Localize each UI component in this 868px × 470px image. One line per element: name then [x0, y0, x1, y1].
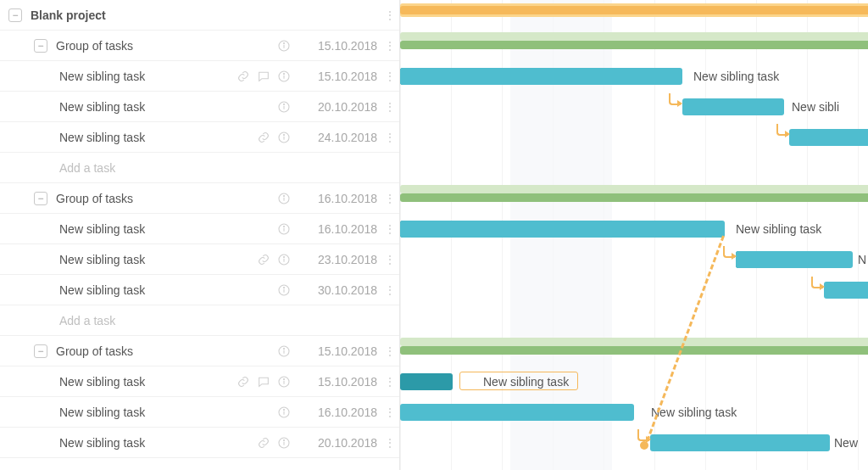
- info-icon[interactable]: [277, 222, 291, 236]
- project-name[interactable]: Blank project: [31, 8, 291, 22]
- group-name[interactable]: Group of tasks: [56, 39, 277, 53]
- row-menu-icon[interactable]: ⋮: [384, 344, 394, 358]
- gantt-lane: New sibli: [400, 92, 868, 122]
- gantt-bar[interactable]: [400, 193, 868, 202]
- task-name[interactable]: New sibling task: [59, 222, 277, 236]
- link-icon[interactable]: [257, 253, 270, 266]
- row-menu-icon[interactable]: ⋮: [384, 283, 394, 297]
- gantt-bar[interactable]: [824, 282, 868, 299]
- info-icon[interactable]: [277, 283, 291, 297]
- group-name[interactable]: Group of tasks: [56, 192, 277, 205]
- info-icon[interactable]: [277, 436, 291, 450]
- bar-label: New sibling task: [693, 68, 779, 85]
- collapse-toggle[interactable]: −: [34, 39, 47, 53]
- task-row[interactable]: New sibling task30.10.2018⋮: [0, 275, 399, 305]
- group-row[interactable]: −Group of tasks15.10.2018⋮: [0, 336, 399, 366]
- row-icons: [236, 375, 291, 389]
- gantt-bar[interactable]: [650, 434, 830, 451]
- gantt-bar[interactable]: [400, 373, 453, 390]
- task-row[interactable]: New sibling task24.10.2018⋮: [0, 122, 399, 153]
- row-menu-icon[interactable]: ⋮: [384, 253, 394, 266]
- row-menu-icon[interactable]: ⋮: [384, 39, 394, 53]
- task-row[interactable]: New sibling task15.10.2018⋮: [0, 61, 399, 92]
- gantt-bar[interactable]: [400, 41, 868, 49]
- svg-point-17: [283, 226, 284, 227]
- gantt-bar[interactable]: [400, 338, 868, 346]
- collapse-toggle[interactable]: −: [34, 344, 47, 358]
- add-name[interactable]: Add a task: [59, 314, 291, 327]
- row-menu-icon[interactable]: ⋮: [384, 406, 394, 419]
- svg-point-26: [283, 348, 284, 349]
- gantt-bar[interactable]: [400, 221, 725, 238]
- task-name[interactable]: New sibling task: [59, 253, 257, 266]
- collapse-toggle[interactable]: −: [34, 192, 47, 205]
- dependency-arrow-icon: [723, 246, 735, 258]
- gantt-lane: [400, 336, 868, 366]
- group-name[interactable]: Group of tasks: [56, 344, 277, 358]
- info-icon[interactable]: [277, 253, 291, 266]
- info-icon[interactable]: [277, 39, 291, 53]
- gantt-bar[interactable]: [400, 404, 634, 421]
- info-icon[interactable]: [277, 70, 291, 83]
- task-row[interactable]: New sibling task15.10.2018⋮: [0, 366, 399, 397]
- link-icon[interactable]: [257, 436, 270, 450]
- link-icon[interactable]: [257, 131, 270, 144]
- info-icon[interactable]: [277, 192, 291, 205]
- task-name[interactable]: New sibling task: [59, 406, 277, 419]
- dependency-dot-icon: [640, 441, 648, 450]
- gantt-bars-layer: New sibling taskNew sibliNew sibling tas…: [400, 0, 868, 470]
- info-icon[interactable]: [277, 100, 291, 114]
- task-row[interactable]: New sibling task16.10.2018⋮: [0, 397, 399, 428]
- gantt-bar[interactable]: [400, 68, 682, 85]
- task-name[interactable]: New sibling task: [59, 283, 277, 297]
- gantt-bar[interactable]: [400, 346, 868, 355]
- gantt-bar[interactable]: [789, 129, 868, 146]
- project-row[interactable]: −Blank project⋮: [0, 0, 399, 31]
- task-name[interactable]: New sibling task: [59, 436, 257, 450]
- task-row[interactable]: New sibling task20.10.2018⋮: [0, 92, 399, 122]
- row-date: 23.10.2018: [291, 253, 384, 266]
- info-icon[interactable]: [277, 375, 291, 389]
- row-menu-icon[interactable]: ⋮: [384, 8, 394, 22]
- gantt-bar[interactable]: [400, 32, 868, 41]
- row-menu-icon[interactable]: ⋮: [384, 131, 394, 144]
- info-icon[interactable]: [277, 406, 291, 419]
- link-icon[interactable]: [236, 375, 250, 389]
- gantt-panel: New sibling taskNew sibliNew sibling tas…: [400, 0, 868, 470]
- gantt-bar[interactable]: [736, 251, 853, 268]
- task-row[interactable]: New sibling task16.10.2018⋮: [0, 214, 399, 244]
- gantt-bar[interactable]: [682, 98, 784, 115]
- gantt-lane: New sibling task: [400, 214, 868, 244]
- group-row[interactable]: −Group of tasks16.10.2018⋮: [0, 183, 399, 214]
- add-row[interactable]: Add a task: [0, 153, 399, 183]
- comment-icon[interactable]: [257, 70, 270, 83]
- row-icons: [277, 344, 291, 358]
- row-menu-icon[interactable]: ⋮: [384, 70, 394, 83]
- row-icons: [277, 406, 291, 419]
- gantt-bar[interactable]: [400, 185, 868, 193]
- task-row[interactable]: New sibling task23.10.2018⋮: [0, 244, 399, 275]
- row-icons: [257, 436, 291, 450]
- link-icon[interactable]: [236, 70, 250, 83]
- row-menu-icon[interactable]: ⋮: [384, 375, 394, 389]
- gantt-bar[interactable]: [400, 6, 868, 14]
- row-menu-icon[interactable]: ⋮: [384, 222, 394, 236]
- task-name[interactable]: New sibling task: [59, 70, 236, 83]
- svg-point-20: [283, 256, 284, 257]
- comment-icon[interactable]: [257, 375, 270, 389]
- gantt-lane: New sibling task: [400, 366, 868, 397]
- collapse-toggle[interactable]: −: [8, 8, 22, 22]
- row-menu-icon[interactable]: ⋮: [384, 100, 394, 114]
- add-name[interactable]: Add a task: [59, 161, 291, 175]
- info-icon[interactable]: [277, 131, 291, 144]
- task-name[interactable]: New sibling task: [59, 100, 277, 114]
- row-menu-icon[interactable]: ⋮: [384, 436, 394, 450]
- add-row[interactable]: Add a task: [0, 305, 399, 336]
- group-row[interactable]: −Group of tasks15.10.2018⋮: [0, 31, 399, 61]
- task-row[interactable]: New sibling task20.10.2018⋮: [0, 428, 399, 458]
- row-menu-icon[interactable]: ⋮: [384, 192, 394, 205]
- task-name[interactable]: New sibling task: [59, 131, 257, 144]
- info-icon[interactable]: [277, 344, 291, 358]
- task-name[interactable]: New sibling task: [59, 375, 236, 389]
- row-icons: [277, 222, 291, 236]
